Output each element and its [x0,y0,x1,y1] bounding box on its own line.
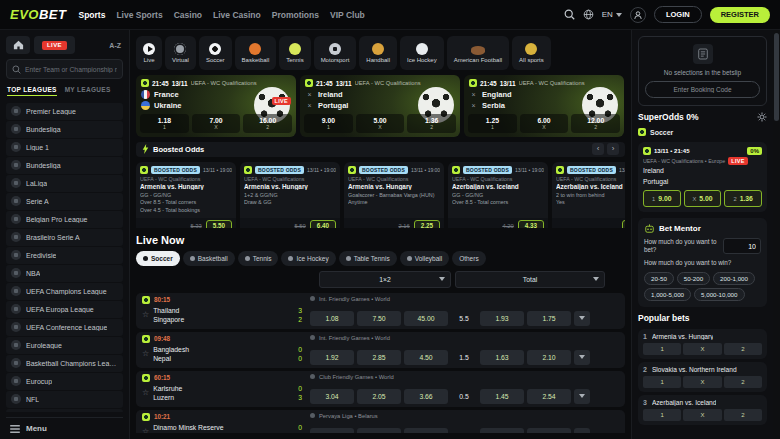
favorite-star-icon[interactable]: ☆ [142,311,149,319]
sidebar-item-brasileiro-serie-a[interactable]: Brasileiro Serie A [6,229,123,246]
tab-all-sports[interactable]: All sports [512,36,551,70]
sidebar-item-uefa-champions-league[interactable]: UEFA Champions League [6,283,123,300]
odds-button-1[interactable]: 6.00 [310,428,354,433]
home-button[interactable] [6,36,30,54]
tab-table-tennis[interactable]: Table Tennis [339,251,397,266]
featured-match-card-england-serbia[interactable]: 21:45 13/11 UEFA - WC Qualifications ×En… [464,75,624,137]
boosted-odds-card[interactable]: BOOSTED ODDS13/11 • 19:00 UEFA - WC Qual… [240,162,340,228]
odds-button-over[interactable]: 1.45 [480,389,524,404]
search-input[interactable] [25,66,117,73]
featured-match-card-france-ukraine[interactable]: 21:45 13/11 UEFA - WC Qualifications Fra… [136,75,296,137]
range-chip-5000-10000[interactable]: 5,000-10,000 [694,288,744,301]
market-filter-1x2[interactable]: 1×2 [319,271,451,288]
popular-bet-item[interactable]: 1Armenia vs. Hungary 1 X 2 [638,329,767,359]
sidebar-item-uefa-conference-league[interactable]: UEFA Conference League [6,319,123,336]
odds-button-x[interactable]: 2.05 [357,389,401,404]
odds-button-x[interactable]: X5.00 [684,190,722,207]
odds-button-under[interactable]: 2.10 [527,350,571,365]
odds-button-under[interactable]: 2.54 [527,389,571,404]
tab-basketball[interactable]: Basketball [183,251,235,266]
odds-button-1[interactable]: 1 [643,376,681,388]
scrollbar-thumb[interactable] [774,33,779,121]
sidebar-item-efl-cup[interactable]: EFL Cup [6,409,123,412]
odds-button-x[interactable]: X [683,409,721,421]
boosted-odds-button[interactable]: 3.60 [622,220,625,228]
odds-button-1[interactable]: 19.00 [643,190,681,207]
expand-markets-button[interactable] [574,428,590,433]
sidebar-item-serie-a[interactable]: Serie A [6,193,123,210]
sidebar-item-nba[interactable]: NBA [6,265,123,282]
odds-button-2[interactable]: 2 [724,409,762,421]
odds-button-1[interactable]: 1 [643,409,681,421]
tab-others[interactable]: Others [452,251,486,266]
favorite-star-icon[interactable]: ☆ [142,350,149,358]
user-icon[interactable] [630,7,646,23]
evobet-logo[interactable]: EVOBET [10,7,66,22]
expand-markets-button[interactable] [574,389,590,404]
odds-button-2[interactable]: 2 [724,343,762,355]
tab-handball[interactable]: Handball [359,36,397,70]
page-scrollbar[interactable] [773,30,780,439]
nav-live-casino[interactable]: Live Casino [213,10,261,20]
tab-ice-hockey[interactable]: Ice Hockey [281,251,335,266]
boosted-odds-button[interactable]: 4.33 [518,220,544,228]
nav-vip-club[interactable]: VIP Club [330,10,365,20]
tab-tennis[interactable]: Tennis [238,251,279,266]
sidebar-item-bundesliga[interactable]: Bundesliga [6,121,123,138]
login-button[interactable]: LOGIN [654,6,702,23]
tab-motorsport[interactable]: Motorsport [314,36,357,70]
odds-button-x[interactable]: 4.10 [357,428,401,433]
tab-tennis[interactable]: Tennis [279,36,310,70]
boosted-odds-card[interactable]: BOOSTED ODDS13/11 • 19:00 UEFA - WC Qual… [344,162,444,228]
booking-code-input[interactable] [645,81,760,98]
boosted-odds-button[interactable]: 6.40 [310,220,336,228]
live-match-row[interactable]: 10:21 ☆ Dinamo Minsk Reserve FC Dnepr Mo… [136,410,625,433]
sidebar-item-euroleague[interactable]: Euroleague [6,337,123,354]
odds-button-x[interactable]: 2.85 [357,350,401,365]
odds-button-x[interactable]: 7.00X [192,114,241,133]
odds-button-1[interactable]: 1.181 [140,114,189,133]
odds-button-x[interactable]: 5.00X [356,114,405,133]
odds-button-2[interactable]: 3.66 [404,389,448,404]
search-icon[interactable] [564,9,575,20]
boosted-odds-card[interactable]: BOOSTED ODDS13/11 • 19:00 UEFA - WC Qual… [552,162,625,228]
odds-button-x[interactable]: 7.50 [357,311,401,326]
sidebar-item-eurocup[interactable]: Eurocup [6,373,123,390]
odds-button-1[interactable]: 1.92 [310,350,354,365]
tab-live[interactable]: Live [136,36,162,70]
odds-button-x[interactable]: 6.00X [520,114,569,133]
tab-american-football[interactable]: American Football [447,36,509,70]
odds-button-x[interactable]: X [683,343,721,355]
next-arrow-button[interactable]: › [607,143,619,155]
live-filter-button[interactable]: LIVE [34,36,75,54]
odds-button-2[interactable]: 16.002 [243,114,292,133]
expand-markets-button[interactable] [574,350,590,365]
odds-button-2[interactable]: 1.362 [407,114,456,133]
superodds-match-card[interactable]: 13/11 • 21:45 0% UEFA - WC Qualification… [638,142,767,212]
tab-my-leagues[interactable]: MY LEAGUES [65,86,111,96]
odds-button-1[interactable]: 1.08 [310,311,354,326]
live-match-row[interactable]: 60:15 ☆ Karlsruhe Luzern 0 3 [136,371,625,407]
gear-icon[interactable] [757,112,767,122]
language-selector[interactable]: EN [602,10,622,19]
tab-soccer[interactable]: Soccer [199,36,232,70]
nav-promotions[interactable]: Promotions [272,10,319,20]
range-chip-20-50[interactable]: 20-50 [644,272,674,285]
menu-button[interactable]: Menu [6,417,123,439]
featured-match-card-ireland-portugal[interactable]: 21:45 13/11 UEFA - WC Qualifications ×Ir… [300,75,460,137]
expand-markets-button[interactable] [574,311,590,326]
sidebar-item-ligue-1[interactable]: Ligue 1 [6,139,123,156]
range-chip-50-200[interactable]: 50-200 [677,272,710,285]
odds-button-1[interactable]: 1 [643,343,681,355]
tab-top-leagues[interactable]: TOP LEAGUES [7,86,57,96]
odds-button-2[interactable]: 21.36 [724,190,762,207]
sidebar-item-uefa-europa-league[interactable]: UEFA Europa League [6,301,123,318]
odds-button-under[interactable]: 1.97 [527,428,571,433]
odds-button-2[interactable]: 1.40 [404,428,448,433]
boosted-odds-button[interactable]: 5.50 [206,220,232,228]
odds-button-over[interactable]: 1.93 [480,311,524,326]
sidebar-item-eredivisie[interactable]: Eredivisie [6,247,123,264]
odds-button-2[interactable]: 4.50 [404,350,448,365]
nav-casino[interactable]: Casino [174,10,202,20]
prev-arrow-button[interactable]: ‹ [592,143,604,155]
